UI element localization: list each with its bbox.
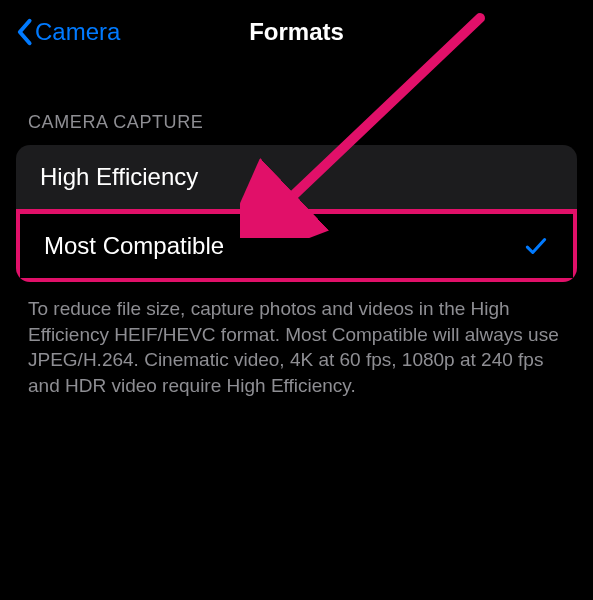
option-high-efficiency[interactable]: High Efficiency (16, 145, 577, 209)
option-label: Most Compatible (44, 232, 224, 260)
page-title: Formats (249, 18, 344, 46)
section-footer-text: To reduce file size, capture photos and … (16, 282, 577, 399)
option-label: High Efficiency (40, 163, 198, 191)
chevron-left-icon (15, 18, 33, 46)
format-options-group: High Efficiency Most Compatible (16, 145, 577, 282)
option-most-compatible[interactable]: Most Compatible (16, 209, 577, 282)
back-button[interactable]: Camera (15, 18, 120, 46)
section-header-camera-capture: CAMERA CAPTURE (16, 112, 577, 133)
back-label: Camera (35, 18, 120, 46)
checkmark-icon (523, 233, 549, 259)
